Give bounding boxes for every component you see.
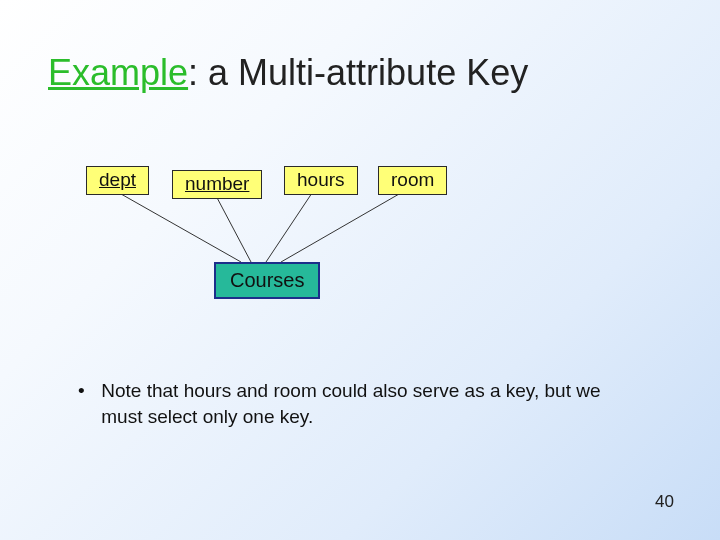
er-diagram: dept number hours room Courses (86, 162, 466, 322)
bullet-icon: • (78, 378, 96, 404)
svg-line-0 (114, 190, 241, 262)
svg-line-2 (266, 190, 314, 262)
page-number: 40 (655, 492, 674, 512)
svg-line-1 (214, 192, 251, 262)
attribute-number: number (172, 170, 262, 199)
slide-title: Example: a Multi-attribute Key (48, 52, 528, 94)
title-accent: Example (48, 52, 188, 93)
slide-note: • Note that hours and room could also se… (78, 378, 638, 429)
svg-line-3 (281, 190, 406, 262)
entity-courses: Courses (214, 262, 320, 299)
title-rest: : a Multi-attribute Key (188, 52, 528, 93)
attribute-room: room (378, 166, 447, 195)
attribute-dept: dept (86, 166, 149, 195)
note-text: Note that hours and room could also serv… (101, 378, 621, 429)
attribute-hours: hours (284, 166, 358, 195)
